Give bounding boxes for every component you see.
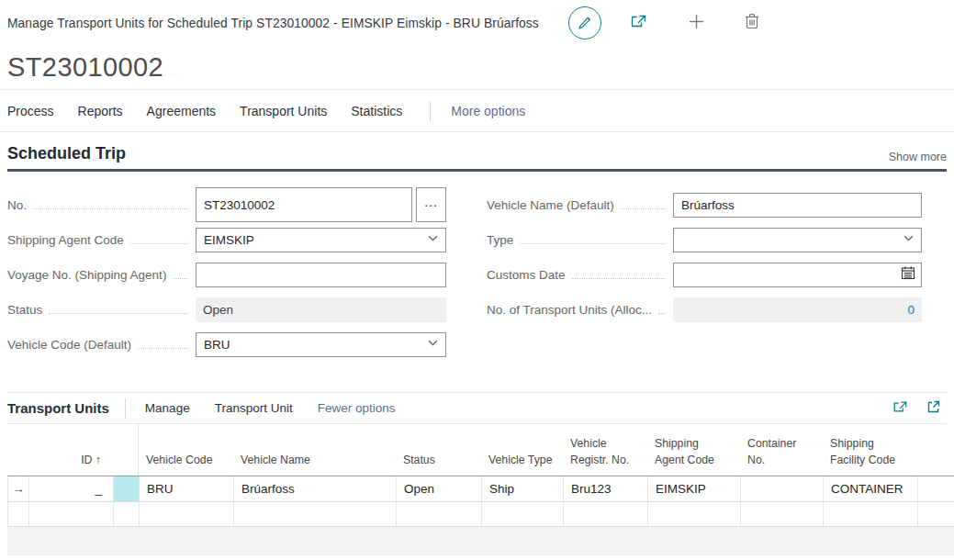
field-label-no-of-transport-units: No. of Transport Units (Alloc... xyxy=(487,303,652,317)
cell-filler xyxy=(918,476,954,501)
column-header-vehicle-registr-no[interactable]: Vehicle Registr. No. xyxy=(563,436,647,476)
cell-vehicle-name[interactable] xyxy=(234,502,397,526)
trash-icon xyxy=(745,13,759,33)
column-header-filler xyxy=(917,469,954,476)
show-more-link[interactable]: Show more xyxy=(889,151,947,163)
edit-button[interactable] xyxy=(568,6,601,39)
cell-vehicle-registr-no[interactable] xyxy=(564,502,648,526)
menu-process[interactable]: Process xyxy=(7,104,54,118)
field-label-vehicle-name-default: Vehicle Name (Default) xyxy=(487,198,614,212)
dotted-leader xyxy=(130,243,188,244)
part-menu-manage[interactable]: Manage xyxy=(145,401,190,415)
cell-shipping-facility-code[interactable] xyxy=(824,502,918,526)
column-header-container-no[interactable]: Container No. xyxy=(740,436,823,476)
share-icon xyxy=(892,399,909,418)
column-header-shipping-agent-code[interactable]: Shipping Agent Code xyxy=(647,436,740,476)
cell-vehicle-code[interactable] xyxy=(140,502,234,526)
cell-shipping-agent-code[interactable]: EIMSKIP xyxy=(648,476,741,501)
page-title: ST23010002 xyxy=(7,52,163,83)
transport-units-ribbon: Transport Units Manage Transport Unit Fe… xyxy=(7,393,947,424)
voyage-no-field[interactable] xyxy=(196,263,446,287)
column-header-vehicle-name[interactable]: Vehicle Name xyxy=(233,453,396,476)
cell-vehicle-type[interactable]: Ship xyxy=(482,476,564,501)
section-title-scheduled-trip: Scheduled Trip xyxy=(7,144,126,163)
cell-status[interactable]: Open xyxy=(397,476,482,501)
column-header-id[interactable]: ID ↑ xyxy=(28,453,113,476)
header-actions xyxy=(568,6,759,39)
status-field: Open xyxy=(196,297,446,322)
no-of-transport-units-field[interactable]: 0 xyxy=(673,297,922,322)
fewer-options-link[interactable]: Fewer options xyxy=(318,401,396,415)
cell-id[interactable] xyxy=(29,502,114,526)
dotted-leader xyxy=(520,243,666,244)
menu-divider xyxy=(430,101,431,121)
part-share-button[interactable] xyxy=(892,399,909,418)
customs-date-field[interactable] xyxy=(673,263,922,287)
cell-filler xyxy=(918,502,954,526)
page-caption-bar: Manage Transport Units for Scheduled Tri… xyxy=(0,0,954,46)
cell-status[interactable] xyxy=(397,502,482,526)
share-icon xyxy=(629,13,648,34)
dotted-leader xyxy=(621,208,666,209)
column-header-indicator xyxy=(7,469,28,476)
transport-units-table-header: ID ↑ Vehicle Code Vehicle Name Status Ve… xyxy=(7,424,954,476)
dotted-leader xyxy=(49,313,188,314)
no-assist-button[interactable]: ... xyxy=(416,187,446,222)
calendar-icon[interactable] xyxy=(901,265,915,284)
dotted-leader xyxy=(658,313,666,314)
cell-container-no[interactable] xyxy=(741,502,824,526)
vehicle-code-default-field[interactable]: BRU xyxy=(196,332,446,357)
delete-button[interactable] xyxy=(745,13,759,33)
share-button[interactable] xyxy=(629,13,648,34)
selected-cell-highlight xyxy=(114,476,140,501)
scheduled-trip-form: No. ST23010002 ... Shipping Agent Code E… xyxy=(0,172,954,362)
more-options-link[interactable]: More options xyxy=(451,104,525,118)
cell-vehicle-registr-no[interactable]: Bru123 xyxy=(564,476,648,501)
column-header-select xyxy=(113,424,139,476)
row-indicator-icon: → xyxy=(8,476,29,501)
menu-reports[interactable]: Reports xyxy=(78,104,123,118)
dotted-leader xyxy=(173,278,188,279)
cell-vehicle-name[interactable]: Brúarfoss xyxy=(234,476,397,501)
field-label-voyage-no: Voyage No. (Shipping Agent) xyxy=(7,268,166,282)
table-row xyxy=(7,502,954,527)
table-footer-area xyxy=(7,527,954,555)
focus-mode-button[interactable] xyxy=(926,399,941,418)
cell-vehicle-type[interactable] xyxy=(482,502,564,526)
cell-id[interactable]: _ xyxy=(29,476,114,501)
field-label-status: Status xyxy=(7,303,42,317)
type-field[interactable] xyxy=(673,228,922,252)
field-label-type: Type xyxy=(487,233,513,247)
column-header-vehicle-code[interactable]: Vehicle Code xyxy=(139,453,233,476)
row-indicator-cell xyxy=(8,502,29,526)
plus-icon xyxy=(689,14,704,33)
cell-shipping-facility-code[interactable]: CONTAINER xyxy=(824,476,918,501)
page-caption: Manage Transport Units for Scheduled Tri… xyxy=(7,17,539,30)
pencil-icon xyxy=(577,14,592,33)
vehicle-name-default-field[interactable]: Brúarfoss xyxy=(673,193,922,218)
shipping-agent-code-field[interactable]: EIMSKIP xyxy=(196,228,446,252)
menu-statistics[interactable]: Statistics xyxy=(351,104,402,118)
no-field[interactable]: ST23010002 xyxy=(196,187,412,222)
dotted-leader xyxy=(138,348,188,349)
cell-vehicle-code[interactable]: BRU xyxy=(140,476,234,501)
field-label-no: No. xyxy=(7,198,27,212)
column-header-shipping-facility-code[interactable]: Shipping Facility Code xyxy=(823,436,917,476)
column-header-status[interactable]: Status xyxy=(396,453,481,476)
cell-container-no[interactable] xyxy=(741,476,824,501)
field-label-shipping-agent-code: Shipping Agent Code xyxy=(7,233,124,247)
part-menu-transport-unit[interactable]: Transport Unit xyxy=(215,401,293,415)
focus-mode-icon xyxy=(926,399,941,418)
column-header-vehicle-type[interactable]: Vehicle Type xyxy=(481,453,563,476)
menu-agreements[interactable]: Agreements xyxy=(147,104,216,118)
field-label-vehicle-code-default: Vehicle Code (Default) xyxy=(7,338,131,352)
menu-transport-units[interactable]: Transport Units xyxy=(240,104,327,118)
select-cell xyxy=(114,502,140,526)
action-bar: Process Reports Agreements Transport Uni… xyxy=(0,90,954,132)
dotted-leader xyxy=(33,208,188,209)
cell-shipping-agent-code[interactable] xyxy=(648,502,741,526)
dotted-leader xyxy=(572,278,666,279)
part-title-transport-units: Transport Units xyxy=(7,400,109,416)
new-button[interactable] xyxy=(689,14,704,33)
table-row: → _ BRU Brúarfoss Open Ship Bru123 EIMSK… xyxy=(7,476,954,502)
